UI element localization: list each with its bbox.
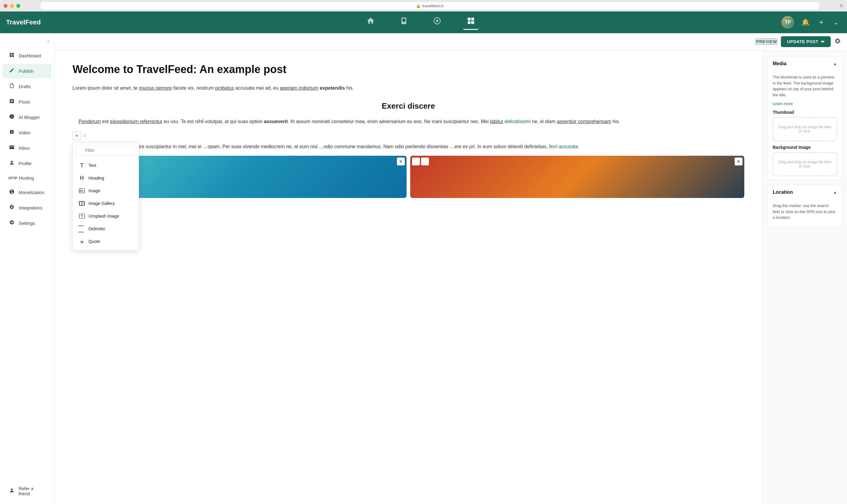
main-layout: ‹ Dashboard Publish Drafts Posts (0, 33, 847, 504)
sidebar-item-label: Hosting (19, 175, 34, 180)
media-learn-more[interactable]: Learn more (773, 102, 793, 106)
sidebar-item-inbox[interactable]: Inbox (2, 141, 52, 155)
dropdown-item-label: Quote (88, 239, 100, 244)
image-action-btn-3[interactable] (412, 158, 420, 165)
svg-point-6 (81, 215, 83, 217)
dropdown-item-label: Image (88, 188, 100, 193)
url-text: travelfeed.io (422, 4, 444, 8)
refer-icon (8, 488, 15, 494)
post-title[interactable]: Welcome to TravelFeed: An example post (72, 62, 744, 77)
media-section-header[interactable]: Media ▲ (768, 57, 842, 71)
sidebar-item-label: Monetization (19, 190, 45, 195)
sidebar-item-hosting[interactable]: HTTP Hosting (2, 172, 52, 184)
sidebar-item-posts[interactable]: Posts (2, 95, 52, 109)
sidebar-item-integrations[interactable]: Integrations (2, 201, 52, 215)
media-title: Media (773, 61, 786, 66)
sidebar-item-label: Settings (19, 221, 35, 226)
block-insert-controls: + ⠿ 🔍 T Text H (72, 131, 744, 140)
location-chevron: ▲ (833, 190, 837, 195)
sidebar-item-refer[interactable]: Refer a friend (2, 482, 52, 500)
insert-dropdown: 🔍 T Text H Heading (72, 142, 139, 251)
sidebar-item-drafts[interactable]: Drafts (2, 79, 52, 93)
sidebar-item-publish[interactable]: Publish (2, 64, 52, 78)
sidebar-item-label: Video (19, 130, 30, 135)
right-panel: Media ▲ The thumbnail is used as a previ… (762, 50, 847, 504)
location-section-header[interactable]: Location ▲ (768, 185, 842, 199)
sidebar-item-label: Dashboard (19, 53, 41, 58)
heading-type-icon: H (78, 175, 86, 182)
content-area: PREVIEW UPDATE POST ✏ Welcome to TravelF… (54, 33, 847, 504)
drag-handle[interactable]: ⠿ (83, 133, 86, 138)
dropdown-item-image[interactable]: Image (75, 184, 136, 197)
nav-icons (60, 15, 781, 30)
posts-icon (8, 98, 15, 105)
avatar[interactable]: TP (781, 16, 794, 29)
thumbnail-dropzone[interactable]: Drag and drop an image file here or clic… (773, 117, 837, 141)
sidebar-item-label: Publish (19, 69, 34, 74)
reload-button[interactable]: ↻ (840, 3, 843, 9)
dropdown-item-delimiter[interactable]: — — Delimiter (75, 222, 136, 235)
media-chevron: ▲ (833, 61, 837, 66)
sidebar-item-monetization[interactable]: Monetization (2, 185, 52, 199)
update-post-button[interactable]: UPDATE POST ✏ (781, 36, 831, 47)
sidebar-item-label: Posts (19, 99, 30, 104)
image-close-button-2[interactable]: ✕ (734, 158, 742, 165)
hosting-icon: HTTP (8, 176, 15, 180)
editor-content[interactable]: Welcome to TravelFeed: An example post L… (54, 50, 762, 504)
image-row: ✕ ✕ (72, 156, 744, 198)
media-section-body: The thumbnail is used as a preview in th… (768, 71, 842, 180)
nav-home[interactable] (363, 15, 379, 30)
bell-button[interactable]: 🔔 (799, 17, 812, 28)
quote-type-icon: » (78, 238, 86, 245)
inbox-icon (8, 145, 15, 151)
traffic-light-yellow[interactable] (10, 4, 14, 8)
post-body[interactable]: Lorem ipsum dolor sit amet, te mucius ne… (72, 84, 744, 126)
dropdown-item-label: Unsplash Image (88, 214, 119, 218)
dropdown-item-image-gallery[interactable]: Image Gallery (75, 197, 136, 210)
dropdown-item-text[interactable]: T Text (75, 159, 136, 172)
publish-icon (8, 68, 15, 74)
sidebar-item-label: Inbox (19, 145, 30, 150)
blockquote: Ponderum est eiposidonium referrentur eu… (72, 118, 744, 126)
settings-gear-button[interactable] (834, 38, 841, 46)
background-dropzone[interactable]: Drag and drop an image file here or clic… (773, 152, 837, 176)
image-close-button[interactable]: ✕ (397, 158, 405, 165)
svg-rect-3 (80, 202, 82, 205)
sidebar-item-video[interactable]: Video (2, 126, 52, 140)
dropdown-item-quote[interactable]: » Quote (75, 235, 136, 248)
add-button[interactable]: + (817, 17, 826, 28)
nav-compass[interactable] (429, 15, 445, 30)
dropdown-item-label: Delimiter (88, 226, 105, 231)
para-1: Lorem ipsum dolor sit amet, te mucius ne… (72, 84, 744, 92)
delimiter-type-icon: — — (78, 225, 86, 232)
add-block-button[interactable]: + (72, 131, 81, 140)
traffic-light-green[interactable] (16, 4, 20, 8)
sidebar: ‹ Dashboard Publish Drafts Posts (0, 33, 54, 504)
preview-button[interactable]: PREVIEW (756, 39, 777, 45)
sidebar-item-label: Profile (19, 161, 32, 166)
dropdown-item-heading[interactable]: H Heading (75, 172, 136, 184)
pencil-icon: ✏ (821, 39, 825, 44)
ai-blogger-icon (8, 114, 15, 121)
svg-point-1 (80, 190, 81, 191)
expand-button[interactable]: ⌄ (831, 17, 841, 28)
image-night-city: ✕ (410, 156, 744, 198)
media-section: Media ▲ The thumbnail is used as a previ… (767, 56, 842, 180)
sidebar-item-settings[interactable]: Settings (2, 216, 52, 230)
svg-rect-4 (82, 202, 84, 205)
image-gallery-type-icon (78, 200, 86, 207)
filter-input[interactable] (75, 145, 136, 156)
nav-grid[interactable] (463, 15, 479, 30)
sidebar-collapse-button[interactable]: ‹ (0, 37, 54, 48)
nav-mobile[interactable] (397, 15, 411, 30)
brand-logo[interactable]: TravelFeed (6, 18, 60, 26)
image-action-btn-4[interactable] (421, 158, 429, 165)
location-description: Drag the marker, use the search field or… (773, 203, 837, 221)
sidebar-item-dashboard[interactable]: Dashboard (2, 49, 52, 63)
sidebar-item-profile[interactable]: Profile (2, 156, 52, 170)
dropdown-item-unsplash[interactable]: Unsplash Image (75, 210, 136, 222)
nav-right: TP 🔔 + ⌄ (781, 16, 841, 29)
background-placeholder-text: Drag and drop an image file here or clic… (776, 160, 833, 168)
traffic-light-red[interactable] (4, 4, 7, 8)
sidebar-item-ai-blogger[interactable]: AI Blogger (2, 110, 52, 124)
